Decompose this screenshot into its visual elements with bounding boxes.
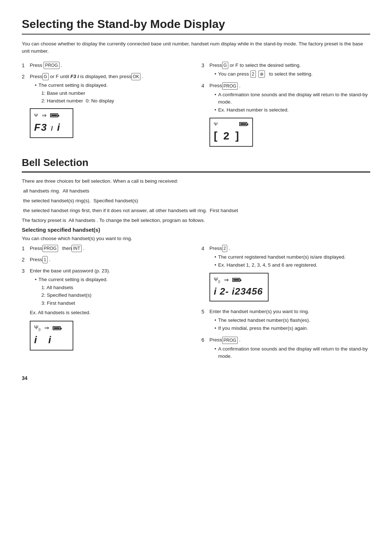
bell-right: 4 Press2 . The current registered handse… bbox=[201, 245, 370, 365]
step4-bullet1: A confirmation tone sounds and the displ… bbox=[215, 91, 370, 106]
key-2-sel: 2 bbox=[250, 70, 256, 78]
bell-selection-layout: 1 PressPROG thenINT . 2 Press1 . 3 Enter… bbox=[22, 245, 370, 365]
step2-bullet1: The current setting is displayed. bbox=[35, 82, 191, 89]
subsection-title: Selecting specified handset(s) bbox=[22, 227, 370, 233]
bell-sub3: 3: First handset bbox=[41, 300, 191, 307]
bell-selection-title: Bell Selection bbox=[22, 157, 370, 173]
step2-sub1: 1: Base unit number bbox=[41, 90, 191, 97]
key-circ: ⊛ bbox=[258, 70, 265, 78]
g-key-2: G bbox=[222, 62, 228, 69]
bell-step6-b1: A confirmation tone sounds and the displ… bbox=[215, 345, 370, 360]
lcd-antenna: Ψ bbox=[34, 112, 38, 119]
step4-bullets: A confirmation tone sounds and the displ… bbox=[215, 91, 370, 114]
bell-sub1: 1: All handsets bbox=[41, 284, 191, 291]
lcd-i2-antenna: Ψ)) bbox=[214, 276, 220, 284]
f3i-label: F3 i bbox=[70, 74, 79, 79]
g-key: G bbox=[42, 73, 49, 80]
bell-step4-b2: Ex. Handset 1, 2, 3, 4, 5 and 6 are regi… bbox=[215, 262, 370, 269]
ok-key: OK bbox=[131, 73, 140, 80]
bell-step4-b1: The current registered handset number(s)… bbox=[215, 254, 370, 261]
lcd-ii: Ψ)) ⇒ i i bbox=[30, 321, 73, 351]
lcd2-battery bbox=[239, 122, 247, 126]
step-1: 1 Press PROG . bbox=[22, 62, 191, 69]
lcd-ii-main: i i bbox=[34, 332, 68, 348]
int-key: INT bbox=[72, 245, 81, 252]
bell-step-2: 2 Press1 . bbox=[22, 256, 191, 264]
section1-right: 3 PressG or F to select the desired sett… bbox=[201, 62, 370, 154]
bell-step4-bullets: The current registered handset number(s)… bbox=[215, 254, 370, 269]
lcd-ii-antenna: Ψ)) bbox=[34, 324, 41, 332]
lcd-i2-battery bbox=[232, 278, 240, 282]
section1-intro: You can choose whether to display the cu… bbox=[22, 40, 370, 55]
bell-step-1: 1 PressPROG thenINT . bbox=[22, 245, 191, 252]
key-2-bell: 2 bbox=[222, 245, 228, 252]
bell-step5-bullets: The selected handset number(s) flash(es)… bbox=[215, 317, 370, 332]
lcd2-antenna: Ψ bbox=[214, 121, 218, 128]
bell-step3-b1: The current setting is displayed. bbox=[35, 276, 191, 283]
bell-step6-bullets: A confirmation tone sounds and the displ… bbox=[215, 345, 370, 360]
step-3: 3 PressG or F to select the desired sett… bbox=[201, 62, 370, 79]
bell-ex-label: Ex. All handsets is selected. bbox=[30, 309, 191, 316]
step2-bullets: The current setting is displayed. 1: Bas… bbox=[35, 82, 191, 105]
bell-step3-bullets: The current setting is displayed. 1: All… bbox=[35, 276, 191, 307]
section1-layout: 1 Press PROG . 2 PressG or F until F3 i … bbox=[22, 62, 370, 154]
page-title: Selecting the Stand-by Mode Display bbox=[22, 17, 370, 35]
step1-press: Press bbox=[30, 62, 42, 68]
lcd-i23456: Ψ)) ⇒ i 2- i23456 bbox=[209, 273, 269, 301]
prog-key-2: PROG bbox=[222, 82, 238, 90]
step4-bullet2: Ex. Handset number is selected. bbox=[215, 106, 370, 114]
bell-step-6: 6 PressPROG . A confirmation tone sounds… bbox=[201, 336, 370, 361]
prog-key-1: PROG bbox=[44, 62, 59, 69]
bell-step-3: 3 Enter the base unit password (p. 23). … bbox=[22, 267, 191, 354]
bell-left: 1 PressPROG thenINT . 2 Press1 . 3 Enter… bbox=[22, 245, 191, 365]
prog-key-6: PROG bbox=[222, 337, 238, 344]
lcd-2: Ψ [ 2 ] bbox=[209, 118, 253, 147]
step-4: 4 PressPROG . A confirmation tone sounds… bbox=[201, 82, 370, 150]
bell-step-4: 4 Press2 . The current registered handse… bbox=[201, 245, 370, 304]
step-2: 2 PressG or F until F3 i is displayed, t… bbox=[22, 73, 191, 141]
step2-sub2: 2: Handset number 0: No display bbox=[41, 97, 191, 105]
bell-prog-key: PROG bbox=[42, 245, 58, 252]
section1-left: 1 Press PROG . 2 PressG or F until F3 i … bbox=[22, 62, 191, 154]
lcd-battery bbox=[50, 113, 58, 117]
page-number: 34 bbox=[22, 375, 370, 381]
lcd-main-f3i: F3 / i bbox=[34, 120, 68, 135]
lcd-ii-arrow: ⇒ bbox=[44, 324, 49, 332]
bell-step-5: 5 Enter the handset number(s) you want t… bbox=[201, 308, 370, 333]
sub-intro: You can choose which handset(s) you want… bbox=[22, 235, 370, 243]
lcd2-main: [ 2 ] bbox=[214, 127, 247, 144]
step3-bullets: You can press 2 ⊛ to select the setting. bbox=[215, 70, 370, 78]
lcd-arrow: ⇒ bbox=[42, 111, 46, 120]
lcd-f3i: Ψ ⇒ F3 / i bbox=[30, 108, 73, 138]
bell-step5-b1: The selected handset number(s) flash(es)… bbox=[215, 317, 370, 324]
bell-sub2: 2: Specified handset(s) bbox=[41, 292, 191, 299]
bell-intro: There are three choices for bell selecti… bbox=[22, 178, 370, 224]
lcd-ii-battery bbox=[53, 326, 61, 330]
lcd-i2-main: i 2- i23456 bbox=[214, 284, 263, 299]
bell-step5-b2: If you misdial, press the number(s) agai… bbox=[215, 325, 370, 332]
key-1: 1 bbox=[42, 256, 48, 263]
step3-bullet1: You can press 2 ⊛ to select the setting. bbox=[215, 70, 370, 78]
lcd-i2-arrow: ⇒ bbox=[224, 276, 229, 284]
